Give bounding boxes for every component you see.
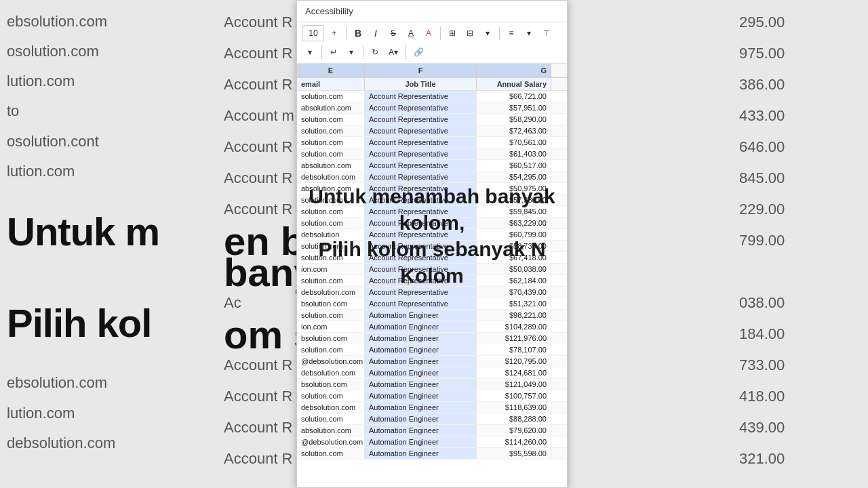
valign-button[interactable]: ⊤ (539, 25, 554, 41)
job-title-cell[interactable]: Account Representative (365, 102, 477, 113)
salary-cell[interactable]: $114,260.00 (477, 436, 551, 447)
job-title-cell[interactable]: Automation Engineer (365, 390, 477, 401)
job-title-cell[interactable]: Account Representative (365, 160, 477, 171)
job-title-cell[interactable]: Automation Engineer (365, 310, 477, 321)
salary-cell[interactable]: $72,463.00 (477, 125, 551, 136)
email-cell[interactable]: @debsolution.com (297, 356, 365, 367)
salary-cell[interactable]: $60,799.00 (477, 229, 551, 240)
job-title-cell[interactable]: Account Representative (365, 148, 477, 159)
strikethrough-button[interactable]: S̶ (386, 25, 401, 41)
job-title-cell[interactable]: Account Representative (365, 229, 477, 240)
salary-cell[interactable]: $124,681.00 (477, 367, 551, 378)
email-cell[interactable]: solution.com (297, 390, 365, 401)
email-cell[interactable]: debsolution.com (297, 287, 365, 298)
salary-cell[interactable]: $100,757.00 (477, 390, 551, 401)
italic-button[interactable]: I (368, 25, 383, 41)
link-button[interactable]: 🔗 (410, 44, 427, 60)
email-cell[interactable]: debsolution.com (297, 367, 365, 378)
align-dropdown[interactable]: ▾ (521, 25, 536, 41)
col-f-header[interactable]: F (365, 64, 477, 77)
text-color-button[interactable]: A▾ (385, 44, 401, 60)
salary-cell[interactable]: $70,561.00 (477, 137, 551, 148)
salary-cell[interactable]: $118,639.00 (477, 402, 551, 413)
email-cell[interactable]: debsolution.com (297, 402, 365, 413)
col-g-header[interactable]: G (477, 64, 551, 77)
salary-cell[interactable]: $50,975.00 (477, 183, 551, 194)
salary-cell[interactable]: $67,418.00 (477, 252, 551, 263)
email-cell[interactable]: solution.com (297, 137, 365, 148)
job-title-cell[interactable]: Account Representative (365, 171, 477, 182)
job-title-cell[interactable]: Account Representative (365, 195, 477, 205)
email-cell[interactable]: bsolution.com (297, 333, 365, 344)
job-title-cell[interactable]: Account Representative (365, 264, 477, 274)
salary-cell[interactable]: $50,038.00 (477, 264, 551, 274)
email-cell[interactable]: solution.com (297, 148, 365, 159)
job-title-cell[interactable]: Automation Engineer (365, 379, 477, 390)
email-cell[interactable]: solution.com (297, 275, 365, 286)
salary-cell[interactable]: $88,288.00 (477, 413, 551, 424)
salary-cell[interactable]: $62,184.00 (477, 275, 551, 286)
email-cell[interactable]: absolution.com (297, 102, 365, 113)
salary-cell[interactable]: $120,795.00 (477, 356, 551, 367)
email-cell[interactable]: solution.com (297, 310, 365, 321)
salary-cell[interactable]: $59,845.00 (477, 206, 551, 217)
job-title-cell[interactable]: Account Representative (365, 275, 477, 286)
underline-button[interactable]: A (403, 25, 418, 41)
email-cell[interactable]: ion.com (297, 264, 365, 274)
salary-cell[interactable]: $58,733.00 (477, 241, 551, 251)
text-wrap-button[interactable]: ↵ (326, 44, 341, 60)
salary-cell[interactable]: $98,221.00 (477, 310, 551, 321)
job-title-cell[interactable]: Automation Engineer (365, 402, 477, 413)
job-title-cell[interactable]: Account Representative (365, 137, 477, 148)
email-cell[interactable]: solution.com (297, 206, 365, 217)
email-cell[interactable]: absolution.com (297, 160, 365, 171)
merge-button[interactable]: ⊟ (462, 25, 477, 41)
salary-cell[interactable]: $57,386.00 (477, 195, 551, 205)
merge-dropdown[interactable]: ▾ (480, 25, 495, 41)
job-title-cell[interactable]: Account Representative (365, 218, 477, 228)
email-cell[interactable]: solution.com (297, 125, 365, 136)
job-title-cell[interactable]: Automation Engineer (365, 436, 477, 447)
email-cell[interactable]: solution.com (297, 252, 365, 263)
font-size-plus-button[interactable]: + (327, 25, 342, 41)
salary-cell[interactable]: $51,321.00 (477, 298, 551, 309)
job-title-cell[interactable]: Automation Engineer (365, 413, 477, 424)
text-rotate-button[interactable]: ↻ (368, 44, 382, 60)
email-cell[interactable]: solution.com (297, 413, 365, 424)
email-cell[interactable]: solution.com (297, 91, 365, 102)
salary-cell[interactable]: $66,721.00 (477, 91, 551, 102)
email-cell[interactable]: debsolution.com (297, 171, 365, 182)
job-title-cell[interactable]: Automation Engineer (365, 356, 477, 367)
job-title-cell[interactable]: Account Representative (365, 298, 477, 309)
salary-cell[interactable]: $78,107.00 (477, 344, 551, 355)
job-title-cell[interactable]: Automation Engineer (365, 321, 477, 332)
email-cell[interactable]: @debsolution.com (297, 436, 365, 447)
salary-cell[interactable]: $60,517.00 (477, 160, 551, 171)
salary-cell[interactable]: $63,229.00 (477, 218, 551, 228)
valign-dropdown[interactable]: ▾ (302, 44, 317, 60)
font-size-input[interactable] (302, 25, 324, 41)
borders-button[interactable]: ⊞ (445, 25, 460, 41)
job-title-cell[interactable]: Account Representative (365, 125, 477, 136)
email-cell[interactable]: absolution.com (297, 425, 365, 436)
text-wrap-dropdown[interactable]: ▾ (344, 44, 359, 60)
email-cell[interactable]: solution.com (297, 241, 365, 251)
email-cell[interactable]: solution.com (297, 344, 365, 355)
job-title-cell[interactable]: Automation Engineer (365, 425, 477, 436)
col-e-header[interactable]: E (297, 64, 365, 77)
salary-cell[interactable]: $70,439.00 (477, 287, 551, 298)
job-title-cell[interactable]: Account Representative (365, 241, 477, 251)
salary-cell[interactable]: $54,295.00 (477, 171, 551, 182)
email-cell[interactable]: bsolution.com (297, 379, 365, 390)
email-cell[interactable]: debsolution (297, 229, 365, 240)
job-title-cell[interactable]: Account Representative (365, 183, 477, 194)
salary-cell[interactable]: $95,598.00 (477, 448, 551, 459)
job-title-cell[interactable]: Account Representative (365, 287, 477, 298)
job-title-cell[interactable]: Automation Engineer (365, 333, 477, 344)
email-cell[interactable]: solution.com (297, 218, 365, 228)
salary-cell[interactable]: $121,976.00 (477, 333, 551, 344)
email-cell[interactable]: solution.com (297, 195, 365, 205)
font-color-button[interactable]: A (421, 25, 436, 41)
email-cell[interactable]: bsolution.com (297, 298, 365, 309)
salary-cell[interactable]: $104,289.00 (477, 321, 551, 332)
